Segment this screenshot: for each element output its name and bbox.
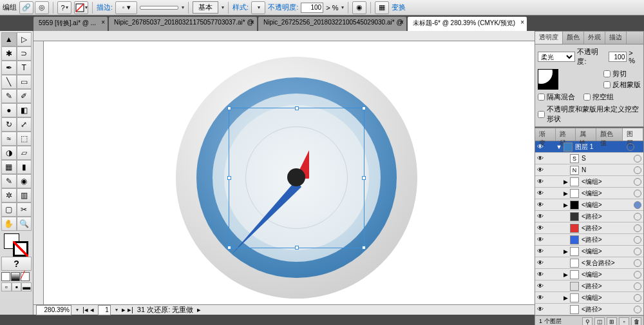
delete-layer-icon[interactable]: 🗑 [631, 317, 641, 326]
target-icon[interactable] [634, 178, 641, 186]
target-icon[interactable] [627, 143, 634, 151]
color-mode-icon[interactable] [1, 272, 10, 281]
panel-tab[interactable]: 外观 [584, 32, 605, 44]
target-icon[interactable] [634, 224, 641, 232]
panel-tab[interactable]: 属性 [576, 128, 596, 141]
line-tool[interactable]: ╲ [1, 75, 17, 89]
scale-tool[interactable]: ⤢ [17, 117, 32, 132]
expand-icon[interactable]: ▶ [562, 190, 569, 197]
panel-tab[interactable]: 透明度 [535, 32, 563, 44]
layer-name[interactable]: 图层 1 [574, 143, 627, 152]
perspective-tool[interactable]: ▱ [17, 146, 32, 160]
none-mode-icon[interactable]: ╱ [21, 272, 30, 281]
layer-row[interactable]: 👁SS [535, 153, 643, 164]
recolor-icon[interactable]: ◉ [352, 1, 366, 14]
target-icon[interactable] [634, 236, 641, 244]
stroke-weight-stepper[interactable]: ◦ ▾ [115, 1, 137, 14]
ruler-horizontal[interactable] [33, 31, 535, 41]
layer-thumbnail[interactable] [570, 212, 579, 221]
close-tab-icon[interactable]: × [520, 19, 524, 26]
layer-thumbnail[interactable]: N [570, 166, 579, 175]
layer-thumbnail[interactable] [570, 224, 579, 233]
panel-tab[interactable]: 描边 [605, 32, 627, 44]
eyedropper-tool[interactable]: ✎ [1, 174, 17, 188]
mesh-tool[interactable]: ▦ [1, 160, 17, 174]
visibility-icon[interactable]: 👁 [535, 306, 545, 313]
locate-object-icon[interactable]: ⚲ [582, 317, 592, 326]
panel-tab[interactable]: 颜色 [563, 32, 584, 44]
layer-name[interactable]: <编组> [580, 270, 634, 279]
target-icon[interactable] [634, 306, 641, 313]
close-tab-icon[interactable]: × [400, 19, 404, 26]
layer-thumbnail[interactable] [570, 270, 579, 279]
visibility-icon[interactable]: 👁 [535, 143, 545, 150]
invert-mask-checkbox[interactable]: 反相蒙版 [603, 80, 641, 90]
expand-icon[interactable]: ▶ [562, 271, 569, 278]
blend-tool[interactable]: ◉ [17, 174, 32, 188]
layer-thumbnail[interactable] [570, 201, 579, 210]
blob-brush-tool[interactable]: ● [1, 103, 17, 117]
blend-mode-select[interactable]: 柔光 [538, 52, 575, 62]
layer-thumbnail[interactable] [570, 259, 579, 268]
eraser-tool[interactable]: ◧ [17, 103, 32, 117]
panel-tab[interactable]: 路径 [556, 128, 576, 141]
layer-name[interactable]: <编组> [580, 201, 634, 210]
shape-builder-tool[interactable]: ◑ [1, 146, 17, 160]
new-sublayer-icon[interactable]: ⊞ [607, 317, 617, 326]
panel-opacity-input[interactable] [609, 52, 627, 62]
layer-name[interactable]: <路径> [580, 212, 634, 221]
layer-name[interactable]: <路径> [580, 282, 634, 291]
layer-name[interactable]: <路径> [580, 235, 634, 244]
lasso-tool[interactable]: ⊃ [17, 46, 32, 61]
opacity-mask-checkbox[interactable]: 不透明度和蒙版用未定义挖空形状 [538, 104, 641, 124]
clip-checkbox[interactable]: 剪切 [603, 69, 641, 79]
screen-mode-full[interactable]: ▪ [12, 282, 22, 291]
ruler-vertical[interactable] [33, 41, 44, 304]
panel-tab[interactable]: 颜色值 [596, 128, 623, 141]
stroke-label[interactable]: 描边: [97, 3, 113, 12]
visibility-icon[interactable]: 👁 [535, 294, 545, 301]
visibility-icon[interactable]: 👁 [535, 213, 545, 220]
rotate-tool[interactable]: ↻ [1, 117, 17, 132]
align-icon[interactable]: ▦ [375, 1, 389, 14]
no-fill-icon[interactable]: ▾ [74, 1, 88, 14]
type-tool[interactable]: T [17, 61, 32, 75]
opacity-label[interactable]: 不透明度: [268, 3, 298, 12]
visibility-icon[interactable]: 👁 [535, 282, 545, 290]
target-icon[interactable] [634, 271, 641, 279]
transform-label[interactable]: 变换 [392, 3, 406, 12]
layer-name[interactable]: <路径> [580, 305, 634, 314]
magic-wand-tool[interactable]: ✱ [1, 46, 17, 61]
zoom-input[interactable] [36, 305, 71, 315]
direct-selection-tool[interactable]: ▷ [17, 32, 32, 46]
link-icon[interactable]: 🔗 [19, 1, 33, 14]
layer-thumbnail[interactable] [570, 305, 579, 314]
visibility-icon[interactable]: 👁 [535, 236, 545, 243]
slice-tool[interactable]: ✂ [17, 202, 32, 217]
mask-preview[interactable] [538, 69, 558, 90]
make-clipping-icon[interactable]: ◫ [594, 317, 605, 326]
style-label[interactable]: 样式: [232, 3, 249, 12]
layer-row[interactable]: 👁▶<编组> [535, 246, 643, 257]
visibility-icon[interactable]: 👁 [535, 178, 545, 185]
layer-name[interactable]: <编组> [580, 247, 634, 256]
document-tab[interactable]: 未标题-6* @ 280.39% (CMYK/预览)× [408, 17, 527, 31]
opacity-input[interactable] [301, 3, 323, 13]
target-icon[interactable] [634, 155, 641, 162]
selection-bounding-box[interactable] [229, 108, 365, 248]
layer-thumbnail[interactable] [564, 143, 573, 152]
close-tab-icon[interactable]: × [251, 19, 254, 26]
layer-list[interactable]: 👁▼图层 1👁SS👁NN👁▶<编组>👁▶<编组>👁▶<编组>👁<路径>👁<路径>… [535, 141, 643, 315]
visibility-icon[interactable]: 👁 [535, 201, 545, 208]
target-icon[interactable]: ◎ [35, 1, 49, 14]
visibility-icon[interactable]: 👁 [535, 190, 545, 197]
expand-icon[interactable]: ▼ [556, 144, 562, 150]
target-icon[interactable] [634, 166, 641, 174]
layer-row[interactable]: 👁▶<编组> [535, 292, 643, 304]
paintbrush-tool[interactable]: ✎ [1, 89, 17, 103]
layer-row[interactable]: 👁<路径> [535, 222, 643, 234]
pen-tool[interactable]: ✒ [1, 61, 17, 75]
panel-tab[interactable]: 渐变 [535, 128, 556, 141]
layer-thumbnail[interactable]: S [570, 154, 579, 163]
layer-row[interactable]: 👁<路径> [535, 211, 643, 222]
